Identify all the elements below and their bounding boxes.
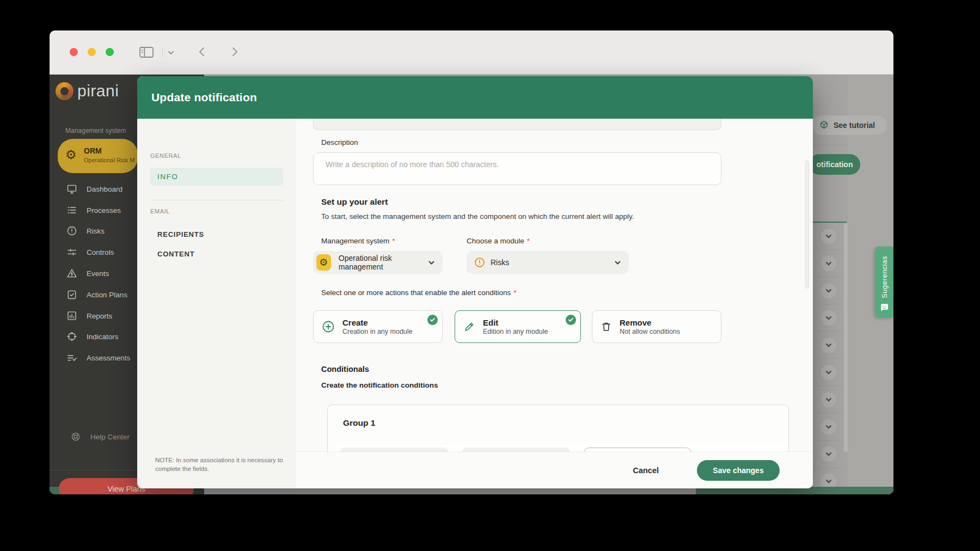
expand-row-button[interactable] — [821, 392, 836, 407]
action-card-remove[interactable]: Remove Not allow conditions — [592, 310, 721, 343]
check-badge-icon — [566, 315, 576, 325]
sidebar-item-events[interactable]: Events — [66, 266, 109, 280]
sidebar-toggle-icon[interactable] — [139, 46, 154, 61]
help-center-label: Help Center — [90, 433, 130, 441]
nav-tab-info[interactable]: INFO — [150, 168, 283, 186]
nav-divider — [150, 200, 283, 200]
pirani-logo-icon — [56, 82, 74, 100]
create-notification-button-partial[interactable]: otification — [809, 154, 860, 175]
actions-label: Select one or more actions that enable t… — [321, 289, 516, 297]
suggestions-tab-label: Sugerencias — [880, 256, 889, 298]
table-row — [813, 386, 844, 413]
save-changes-button[interactable]: Save changes — [697, 460, 780, 481]
sidebar-item-label: Dashboard — [87, 185, 122, 193]
expand-row-button[interactable] — [821, 229, 836, 244]
notification-button-label: otification — [817, 160, 853, 169]
sidebar-item-label: Action Plans — [87, 291, 127, 299]
sidebar-item-indicators[interactable]: Indicators — [66, 329, 119, 344]
table-row — [813, 223, 844, 250]
description-placeholder: Write a description of no more than 500 … — [326, 160, 499, 169]
risks-icon — [66, 225, 77, 236]
suggestions-tab[interactable]: Sugerencias — [875, 247, 893, 317]
see-tutorial-label: See tutorial — [834, 121, 875, 130]
sidebar-item-processes[interactable]: Processes — [66, 203, 121, 217]
accordion-column — [813, 223, 844, 494]
sidebar-item-help-center[interactable]: Help Center — [70, 430, 130, 444]
see-tutorial-button[interactable]: See tutorial — [812, 115, 887, 135]
management-system-select[interactable]: ⚙ Operational risk management — [313, 251, 443, 274]
chevron-down-icon — [614, 258, 621, 267]
screenshot-canvas: See tutorial otification pirani Mana — [0, 0, 980, 551]
reports-icon — [66, 310, 77, 321]
close-window-button[interactable] — [70, 48, 78, 56]
warning-icon — [474, 257, 485, 268]
expand-row-button[interactable] — [821, 310, 836, 326]
trash-icon — [601, 321, 612, 333]
action-plans-icon — [66, 289, 77, 300]
pencil-icon — [463, 321, 475, 333]
cancel-button[interactable]: Cancel — [633, 466, 659, 475]
action-card-create[interactable]: Create Creation in any module — [313, 310, 443, 343]
nav-tab-recipients[interactable]: RECIPIENTS — [157, 230, 204, 238]
table-row — [813, 250, 844, 277]
management-system-label: Management system* — [321, 237, 395, 245]
zoom-window-button[interactable] — [106, 48, 114, 56]
help-center-icon — [70, 431, 81, 442]
modal-header: Update notification — [137, 76, 813, 119]
chevron-down-icon — [428, 258, 435, 267]
forward-icon[interactable] — [228, 45, 240, 60]
page-scrollbar-track[interactable] — [844, 223, 848, 452]
required-asterisk: * — [527, 237, 530, 245]
macos-window: See tutorial otification pirani Mana — [50, 30, 893, 494]
modal-title: Update notification — [151, 91, 257, 104]
nav-tab-content[interactable]: CONTENT — [157, 250, 194, 258]
sidebar-item-label: Reports — [87, 312, 112, 320]
module-select[interactable]: Risks — [467, 251, 629, 274]
expand-row-button[interactable] — [821, 446, 836, 462]
management-system-value: Operational risk management — [339, 254, 428, 271]
conditionals-subtitle: Create the notification conditions — [321, 381, 438, 389]
orm-title: ORM — [84, 146, 102, 155]
table-row — [813, 359, 844, 386]
indicators-icon — [66, 331, 77, 342]
back-icon[interactable] — [197, 45, 209, 60]
action-card-edit[interactable]: Edit Edition in any module — [455, 310, 581, 343]
sidebar-item-label: Events — [87, 270, 109, 278]
gear-icon: ⚙ — [316, 254, 331, 271]
modal-scrollbar-thumb[interactable] — [805, 161, 809, 289]
module-label: Choose a module* — [467, 237, 530, 245]
expand-row-button[interactable] — [821, 365, 836, 380]
table-row — [813, 304, 844, 332]
required-asterisk: * — [392, 237, 395, 245]
expand-row-button[interactable] — [821, 338, 836, 353]
sidebar-item-orm[interactable]: ⚙ ORM Operational Risk M — [58, 139, 138, 173]
sidebar-item-action-plans[interactable]: Action Plans — [66, 287, 127, 302]
action-card-subtitle: Edition in any module — [483, 328, 548, 335]
description-textarea[interactable]: Write a description of no more than 500 … — [313, 152, 721, 185]
required-asterisk: * — [513, 289, 516, 297]
chevron-down-icon[interactable] — [167, 48, 175, 58]
action-card-title: Edit — [483, 318, 548, 328]
minimize-window-button[interactable] — [88, 48, 96, 56]
gear-icon: ⚙ — [65, 148, 77, 162]
sidebar-item-assessments[interactable]: Assessments — [66, 351, 130, 365]
expand-row-button[interactable] — [821, 283, 836, 298]
name-field-clipped[interactable] — [313, 119, 721, 130]
action-card-subtitle: Creation in any module — [342, 328, 413, 335]
controls-icon — [66, 247, 77, 258]
suggestions-chat-icon — [879, 303, 889, 312]
modal-content: Description Write a description of no mo… — [296, 119, 813, 488]
sidebar-item-label: Indicators — [87, 333, 119, 341]
plus-circle-icon — [322, 320, 335, 333]
table-row — [813, 332, 844, 359]
sidebar-item-controls[interactable]: Controls — [66, 245, 114, 259]
sidebar-item-risks[interactable]: Risks — [66, 224, 105, 238]
sidebar-item-dashboard[interactable]: Dashboard — [66, 182, 122, 196]
expand-row-button[interactable] — [821, 256, 836, 271]
pirani-logo-text: pirani — [77, 82, 119, 100]
dashboard-icon — [66, 183, 77, 194]
expand-row-button[interactable] — [821, 419, 836, 434]
sidebar-item-reports[interactable]: Reports — [66, 309, 112, 323]
action-card-subtitle: Not allow conditions — [620, 328, 680, 335]
sidebar-item-label: Processes — [87, 206, 121, 215]
